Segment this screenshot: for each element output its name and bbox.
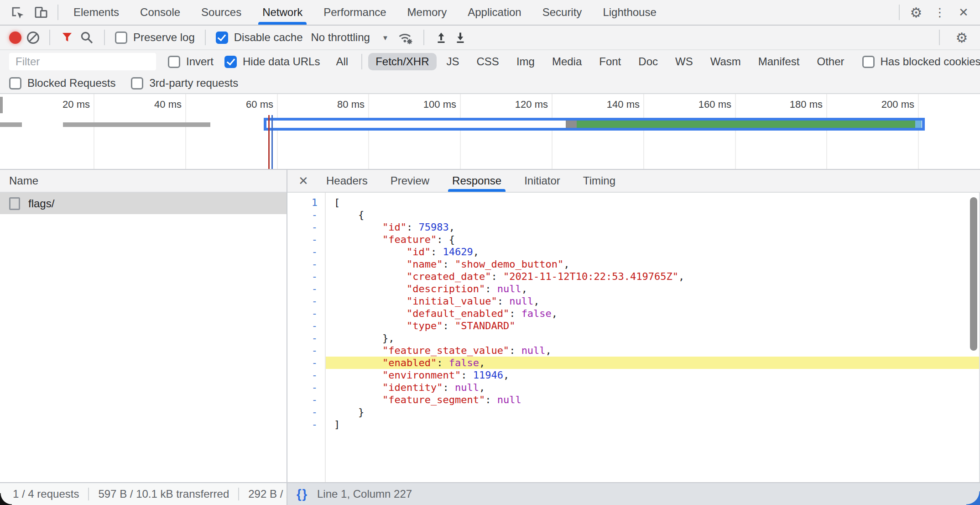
code-line-3[interactable]: - "id": 75983, [287, 221, 980, 233]
network-settings-gear-icon[interactable]: ⚙ [950, 30, 974, 46]
throttling-dropdown[interactable]: No throttling ▼ [308, 31, 391, 44]
detail-tab-initiator[interactable]: Initiator [513, 170, 572, 192]
waterfall-left-bar [0, 97, 3, 113]
scrollbar-thumb[interactable] [970, 197, 977, 351]
code-line-2[interactable]: - { [287, 209, 980, 221]
preserve-log-option[interactable]: Preserve log [115, 31, 195, 44]
filter-type-ws[interactable]: WS [668, 53, 700, 70]
request-row-flags[interactable]: flags/ [0, 193, 287, 214]
tab-sources[interactable]: Sources [191, 0, 252, 25]
filter-type-all[interactable]: All [328, 53, 355, 70]
request-timing-bar-gray-2[interactable] [63, 122, 210, 127]
has-blocked-cookies-checkbox[interactable] [862, 56, 875, 68]
import-har-button[interactable] [434, 31, 448, 44]
response-viewer[interactable]: 1[- {- "id": 75983,- "feature": {- "id":… [287, 193, 980, 482]
requests-name-header[interactable]: Name [0, 170, 287, 193]
selected-request-timing-bar[interactable] [264, 118, 925, 131]
code-line-5[interactable]: - "id": 14629, [287, 246, 980, 258]
tab-performance[interactable]: Performance [313, 0, 396, 25]
code-line-9[interactable]: - "initial_value": null, [287, 295, 980, 307]
detail-tab-headers[interactable]: Headers [315, 170, 379, 192]
invert-option[interactable]: Invert [168, 55, 214, 68]
code-line-7[interactable]: - "created_date": "2021-11-12T10:22:53.4… [287, 270, 980, 283]
code-line-15[interactable]: - "environment": 11946, [287, 369, 980, 381]
code-line-17[interactable]: - "feature_segment": null [287, 394, 980, 406]
filter-toggle-button[interactable] [60, 31, 74, 44]
resources-size: 292 B / 2 [248, 488, 287, 500]
hide-data-urls-checkbox[interactable] [224, 56, 237, 68]
code-text: "description": null, [325, 283, 980, 295]
filter-type-img[interactable]: Img [509, 53, 542, 70]
device-toolbar-button[interactable] [29, 0, 53, 25]
disable-cache-checkbox[interactable] [216, 32, 228, 44]
kebab-menu-icon[interactable]: ⋮ [928, 5, 952, 20]
divider [57, 5, 58, 20]
code-line-6[interactable]: - "name": "show_demo_button", [287, 258, 980, 270]
filter-type-fetch-xhr[interactable]: Fetch/XHR [368, 53, 436, 70]
has-blocked-cookies-label: Has blocked cookies [881, 55, 980, 68]
line-gutter: - [287, 258, 325, 270]
code-line-19[interactable]: -] [287, 418, 980, 431]
close-detail-icon[interactable]: ✕ [292, 170, 315, 192]
disable-cache-label: Disable cache [234, 31, 303, 44]
ruler-gridline [94, 94, 94, 169]
filter-type-js[interactable]: JS [439, 53, 467, 70]
network-conditions-button[interactable] [397, 30, 413, 45]
has-blocked-cookies-option[interactable]: Has blocked cookies [862, 55, 980, 68]
code-line-13[interactable]: - "feature_state_value": null, [287, 344, 980, 357]
disable-cache-option[interactable]: Disable cache [216, 31, 303, 44]
code-line-1[interactable]: 1[ [287, 196, 980, 209]
gutter-divider [325, 193, 326, 482]
pretty-print-icon[interactable]: {} [297, 487, 308, 501]
code-line-14[interactable]: - "enabled": false, [287, 357, 980, 369]
tab-application[interactable]: Application [457, 0, 532, 25]
filter-type-doc[interactable]: Doc [631, 53, 665, 70]
filter-type-manifest[interactable]: Manifest [751, 53, 807, 70]
preserve-log-checkbox[interactable] [115, 32, 127, 44]
code-line-18[interactable]: - } [287, 406, 980, 418]
code-line-10[interactable]: - "default_enabled": false, [287, 307, 980, 320]
preserve-log-label: Preserve log [133, 31, 195, 44]
detail-tab-preview[interactable]: Preview [379, 170, 441, 192]
tab-security[interactable]: Security [532, 0, 593, 25]
export-har-button[interactable] [454, 31, 467, 44]
detail-tab-response[interactable]: Response [441, 170, 513, 192]
code-text: "feature": { [325, 233, 980, 246]
filter-type-wasm[interactable]: Wasm [703, 53, 748, 70]
search-button[interactable] [79, 30, 94, 45]
line-gutter: - [287, 357, 325, 369]
close-devtools-icon[interactable]: ✕ [952, 5, 975, 20]
settings-gear-icon[interactable]: ⚙ [904, 5, 928, 21]
third-party-requests-checkbox[interactable] [131, 77, 143, 89]
blocked-requests-option[interactable]: Blocked Requests [9, 77, 115, 89]
filter-type-css[interactable]: CSS [469, 53, 506, 70]
filter-type-font[interactable]: Font [592, 53, 628, 70]
code-line-16[interactable]: - "identity": null, [287, 381, 980, 394]
waterfall-overview[interactable]: 20 ms40 ms60 ms80 ms100 ms120 ms140 ms16… [0, 94, 980, 170]
detail-tab-timing[interactable]: Timing [572, 170, 627, 192]
line-gutter: - [287, 418, 325, 431]
clear-network-log-icon[interactable] [27, 32, 39, 44]
filter-type-media[interactable]: Media [545, 53, 589, 70]
inspect-element-button[interactable] [5, 0, 29, 25]
divider [104, 30, 105, 45]
tab-network[interactable]: Network [252, 0, 313, 25]
tab-elements[interactable]: Elements [63, 0, 130, 25]
tab-console[interactable]: Console [130, 0, 191, 25]
tab-lighthouse[interactable]: Lighthouse [592, 0, 667, 25]
request-timing-bar-gray-1[interactable] [0, 122, 22, 127]
blocked-requests-checkbox[interactable] [9, 77, 21, 89]
tab-memory[interactable]: Memory [397, 0, 458, 25]
ruler-gridline [368, 94, 369, 169]
code-line-12[interactable]: - }, [287, 332, 980, 344]
code-line-4[interactable]: - "feature": { [287, 233, 980, 246]
filter-type-other[interactable]: Other [809, 53, 851, 70]
hide-data-urls-option[interactable]: Hide data URLs [224, 55, 320, 68]
invert-checkbox[interactable] [168, 56, 180, 68]
code-line-8[interactable]: - "description": null, [287, 283, 980, 295]
filter-input[interactable] [9, 53, 156, 70]
code-line-11[interactable]: - "type": "STANDARD" [287, 320, 980, 332]
divider [88, 488, 89, 500]
record-network-log-button[interactable] [9, 32, 21, 44]
third-party-requests-option[interactable]: 3rd-party requests [131, 77, 238, 89]
